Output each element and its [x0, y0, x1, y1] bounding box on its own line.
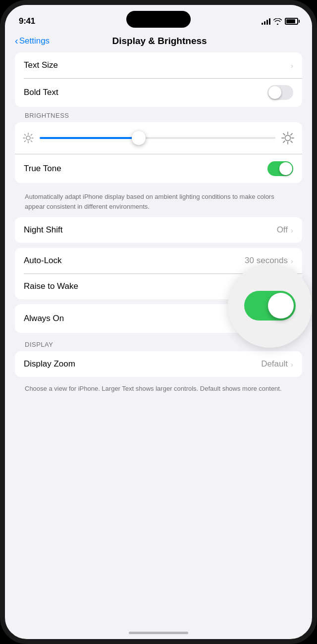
status-icons [262, 18, 298, 25]
night-shift-label: Night Shift [24, 225, 62, 235]
true-tone-description: Automatically adapt iPhone display based… [15, 188, 302, 217]
always-on-label: Always On [24, 314, 64, 323]
night-shift-row[interactable]: Night Shift Off › [15, 217, 302, 243]
brightness-card: True Tone [15, 122, 302, 183]
bold-text-label: Bold Text [24, 88, 58, 97]
text-settings-card: Text Size › Bold Text [15, 52, 302, 107]
raise-to-wake-label: Raise to Wake [24, 281, 78, 291]
svg-line-17 [283, 141, 285, 142]
svg-line-16 [291, 134, 292, 135]
text-size-chevron-icon: › [291, 61, 293, 70]
true-tone-toggle[interactable] [267, 161, 293, 176]
night-shift-chevron-icon: › [291, 226, 293, 234]
always-on-card: Always On [15, 304, 302, 333]
svg-point-0 [26, 136, 30, 140]
brightness-slider[interactable] [40, 131, 275, 145]
phone-frame: 9:41 ‹ Settings [0, 0, 317, 644]
night-shift-value: Off [277, 225, 288, 235]
always-on-zoom-overlay [228, 264, 312, 348]
bold-text-toggle[interactable] [267, 85, 293, 100]
bold-text-toggle-thumb [268, 86, 281, 99]
svg-point-9 [285, 136, 291, 141]
auto-lock-label: Auto-Lock [24, 256, 62, 266]
svg-line-15 [291, 141, 292, 142]
svg-line-6 [31, 141, 32, 142]
svg-line-7 [31, 135, 32, 136]
home-indicator [129, 632, 188, 634]
nav-header: ‹ Settings Display & Brightness [5, 32, 312, 52]
true-tone-row[interactable]: True Tone [15, 154, 302, 183]
signal-bars-icon [262, 18, 270, 25]
text-size-row[interactable]: Text Size › [15, 52, 302, 78]
brightness-low-icon [23, 133, 34, 143]
brightness-high-icon [281, 132, 294, 144]
always-on-toggle-zoomed-thumb [268, 293, 294, 319]
svg-line-8 [25, 141, 26, 142]
display-zoom-row[interactable]: Display Zoom Default › [15, 351, 302, 377]
true-tone-toggle-thumb [279, 162, 292, 175]
night-shift-card: Night Shift Off › [15, 217, 302, 243]
text-size-label: Text Size [24, 60, 58, 70]
back-button[interactable]: ‹ Settings [15, 36, 50, 46]
display-zoom-label: Display Zoom [24, 359, 75, 369]
always-on-toggle-zoomed[interactable] [244, 291, 296, 321]
svg-line-14 [283, 134, 285, 135]
display-zoom-value: Default [261, 359, 288, 369]
brightness-slider-row[interactable] [15, 122, 302, 154]
content-area: Text Size › Bold Text BRIGHTNESS [5, 52, 312, 627]
page-title: Display & Brightness [112, 36, 207, 46]
wifi-icon [273, 18, 282, 25]
status-bar: 9:41 [5, 5, 312, 32]
back-chevron-icon: ‹ [15, 35, 18, 46]
battery-icon [285, 18, 298, 25]
display-zoom-chevron-icon: › [291, 360, 293, 368]
svg-line-5 [25, 135, 26, 136]
dynamic-island [126, 11, 191, 28]
display-zoom-description: Choose a view for iPhone. Larger Text sh… [15, 380, 302, 400]
brightness-section-label: BRIGHTNESS [15, 112, 302, 119]
display-zoom-card: Display Zoom Default › [15, 351, 302, 377]
back-label: Settings [19, 36, 50, 46]
bold-text-row[interactable]: Bold Text [15, 78, 302, 107]
auto-lock-chevron-icon: › [291, 257, 293, 265]
true-tone-label: True Tone [24, 164, 61, 174]
status-time: 9:41 [19, 16, 35, 26]
